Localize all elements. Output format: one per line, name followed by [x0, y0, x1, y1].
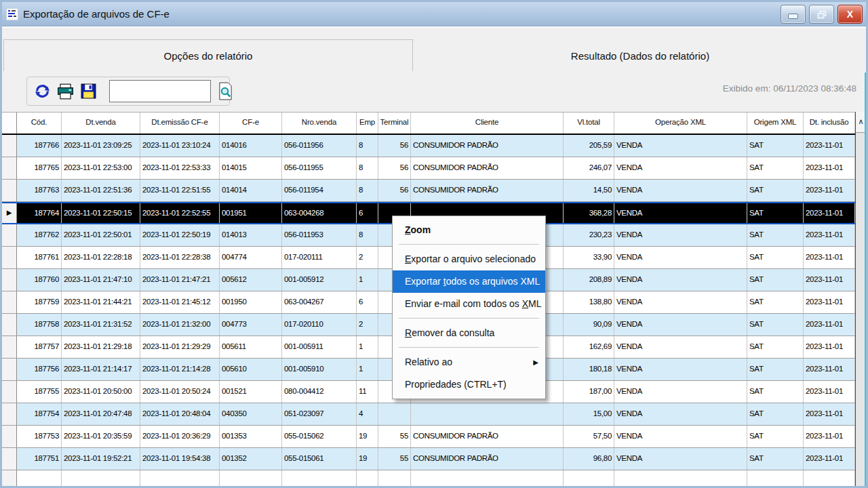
table-cell: 2023-11-01 22:52:55 — [140, 203, 220, 223]
table-row[interactable]: 1877662023-11-01 23:09:252023-11-01 23:1… — [2, 135, 855, 157]
table-row[interactable]: 1877542023-11-01 20:47:482023-11-01 20:4… — [2, 403, 855, 426]
row-indicator-cell: ▶ — [2, 203, 17, 223]
menu-separator — [399, 244, 539, 245]
menu-separator — [399, 318, 539, 319]
menu-item[interactable]: Relativo ao▶ — [393, 351, 545, 373]
table-cell: 2023-11-01 — [804, 381, 855, 403]
column-header[interactable]: Vl.total — [564, 113, 614, 134]
column-header[interactable]: Cód. — [17, 113, 62, 134]
table-row[interactable]: 1877632023-11-01 22:51:362023-11-01 22:5… — [2, 180, 855, 202]
column-header[interactable]: Cliente — [411, 113, 564, 134]
refresh-button[interactable] — [34, 83, 51, 100]
table-cell: 187762 — [17, 224, 62, 246]
tab-resultado[interactable]: Resultado (Dados do relatório) — [416, 39, 865, 72]
filter-input[interactable] — [109, 80, 211, 102]
row-indicator-cell — [2, 403, 17, 425]
column-header[interactable]: Terminal — [378, 113, 411, 134]
print-button[interactable] — [56, 83, 75, 100]
table-cell — [411, 470, 564, 486]
table-cell: 187,00 — [564, 381, 614, 403]
window-controls: X — [781, 5, 863, 24]
restore-button[interactable] — [809, 5, 834, 24]
minimize-button[interactable] — [781, 5, 806, 24]
printer-icon — [56, 83, 75, 100]
table-cell: SAT — [747, 135, 804, 157]
menu-item[interactable]: Remover da consulta — [393, 322, 545, 344]
table-cell — [614, 470, 747, 486]
table-cell: 2023-11-01 22:28:38 — [140, 247, 220, 268]
table-cell: 2 — [357, 247, 378, 268]
table-cell: SAT — [747, 336, 804, 358]
table-row[interactable]: 1877532023-11-01 20:35:592023-11-01 20:3… — [2, 426, 855, 448]
table-cell: 2023-11-01 — [804, 403, 855, 425]
table-cell: 2023-11-01 20:50:00 — [62, 381, 140, 403]
close-icon: X — [847, 9, 853, 20]
toolbar: Exibido em: 06/11/2023 08:36:48 — [2, 71, 866, 112]
table-cell: 2023-11-01 19:52:21 — [62, 448, 140, 470]
table-cell: 230,23 — [564, 224, 614, 246]
save-button[interactable] — [80, 83, 97, 100]
table-cell: VENDA — [614, 247, 747, 268]
column-header[interactable]: CF-e — [220, 113, 282, 134]
menu-item[interactable]: Exportar o arquivo selecionado — [393, 248, 545, 270]
table-cell: 017-020111 — [282, 247, 357, 268]
column-header[interactable]: Operação XML — [614, 113, 747, 134]
table-cell — [17, 470, 62, 486]
table-cell: 2023-11-01 22:53:00 — [62, 157, 140, 179]
table-cell: 14,50 — [564, 180, 614, 201]
table-cell: 014013 — [220, 224, 282, 246]
table-cell: 2023-11-01 22:50:01 — [62, 224, 140, 246]
grid-header-row: Cód.Dt.vendaDt.emissão CF-eCF-eNro.venda… — [2, 113, 855, 135]
tab-opcoes-relatorio[interactable]: Opções do relatório — [3, 39, 413, 72]
menu-item[interactable]: Exportar todos os arquivos XML — [393, 270, 545, 293]
table-cell: 187758 — [17, 314, 62, 336]
table-cell: 056-011955 — [282, 157, 357, 179]
table-cell: SAT — [747, 157, 804, 179]
table-cell — [357, 470, 378, 486]
table-cell: 187754 — [17, 403, 62, 425]
table-row[interactable]: 1877652023-11-01 22:53:002023-11-01 22:5… — [2, 157, 855, 180]
table-cell — [282, 470, 357, 486]
table-cell — [378, 470, 411, 486]
table-cell: CONSUMIDOR PADRÃO — [411, 448, 564, 470]
table-row[interactable]: 1877512023-11-01 19:52:212023-11-01 19:5… — [2, 448, 855, 470]
close-button[interactable]: X — [837, 5, 863, 24]
table-cell: 19 — [357, 426, 378, 447]
column-header[interactable]: Dt. inclusão — [804, 113, 855, 134]
column-header[interactable]: Dt.venda — [62, 113, 140, 134]
table-cell: 2023-11-01 — [804, 314, 855, 336]
table-cell: 8 — [357, 180, 378, 201]
table-cell: 005612 — [220, 269, 282, 291]
preview-button[interactable] — [218, 82, 233, 100]
table-cell — [747, 470, 804, 486]
menu-item[interactable]: Enviar e-mail com todos os XML — [393, 293, 545, 315]
table-cell: 001-005912 — [282, 269, 357, 291]
table-cell: 6 — [357, 291, 378, 313]
table-cell: 187766 — [17, 135, 62, 157]
row-indicator-header[interactable] — [2, 113, 17, 134]
refresh-icon — [34, 83, 51, 100]
row-indicator-cell — [2, 157, 17, 179]
table-cell: 2023-11-01 — [804, 448, 855, 470]
column-header[interactable]: Dt.emissão CF-e — [140, 113, 220, 134]
table-cell: 4 — [357, 403, 378, 425]
column-header[interactable]: Emp — [357, 113, 378, 134]
tab-label: Opções do relatório — [164, 50, 253, 62]
table-cell: 2023-11-01 21:44:21 — [62, 291, 140, 313]
table-cell: 1 — [357, 269, 378, 291]
table-cell: 1 — [357, 336, 378, 358]
column-header[interactable]: Origem XML — [747, 113, 804, 134]
table-cell: 004774 — [220, 247, 282, 268]
table-cell: 017-020110 — [282, 314, 357, 336]
menu-item[interactable]: Propriedades (CTRL+T) — [393, 373, 545, 396]
table-cell: 208,89 — [564, 269, 614, 291]
row-indicator-cell — [2, 426, 17, 447]
column-header[interactable]: Nro.venda — [282, 113, 357, 134]
table-cell: 180,18 — [564, 359, 614, 380]
table-cell: CONSUMIDOR PADRÃO — [411, 180, 564, 201]
table-cell: VENDA — [614, 314, 747, 336]
menu-item[interactable]: Zoom — [393, 219, 545, 241]
titlebar[interactable]: Exportação de arquivos de CF-e X — [2, 2, 866, 26]
table-cell: 2 — [357, 314, 378, 336]
table-cell: 2023-11-01 — [804, 359, 855, 380]
